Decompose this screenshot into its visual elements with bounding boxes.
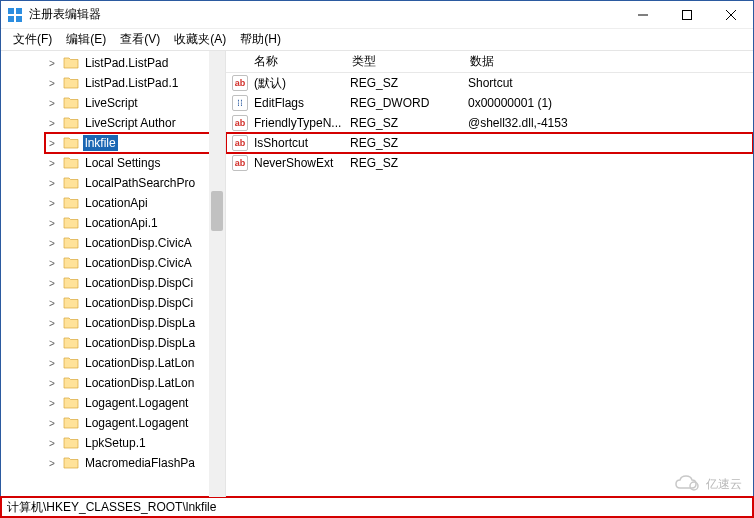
app-icon bbox=[7, 7, 23, 23]
expand-icon[interactable]: > bbox=[45, 418, 59, 429]
menu-edit[interactable]: 编辑(E) bbox=[60, 29, 112, 50]
tree-item[interactable]: >LpkSetup.1 bbox=[45, 433, 225, 453]
expand-icon[interactable]: > bbox=[45, 258, 59, 269]
tree: >ListPad.ListPad>ListPad.ListPad.1>LiveS… bbox=[1, 51, 225, 475]
tree-item[interactable]: >MacromediaFlashPa bbox=[45, 453, 225, 473]
folder-icon bbox=[63, 95, 79, 111]
tree-item[interactable]: >LocationDisp.DispCi bbox=[45, 273, 225, 293]
value-row[interactable]: abFriendlyTypeN...REG_SZ@shell32.dll,-41… bbox=[226, 113, 753, 133]
tree-pane[interactable]: >ListPad.ListPad>ListPad.ListPad.1>LiveS… bbox=[1, 51, 226, 497]
folder-icon bbox=[63, 255, 79, 271]
minimize-button[interactable] bbox=[621, 1, 665, 29]
tree-item-label: LocationApi bbox=[83, 195, 150, 211]
tree-item[interactable]: >LocationDisp.DispCi bbox=[45, 293, 225, 313]
tree-item[interactable]: >LocationDisp.LatLon bbox=[45, 353, 225, 373]
tree-item[interactable]: >ListPad.ListPad bbox=[45, 53, 225, 73]
tree-item[interactable]: >ListPad.ListPad.1 bbox=[45, 73, 225, 93]
expand-icon[interactable]: > bbox=[45, 398, 59, 409]
close-button[interactable] bbox=[709, 1, 753, 29]
folder-icon bbox=[63, 275, 79, 291]
expand-icon[interactable]: > bbox=[45, 98, 59, 109]
binary-value-icon: ⁞⁞ bbox=[232, 95, 248, 111]
expand-icon[interactable]: > bbox=[45, 458, 59, 469]
expand-icon[interactable]: > bbox=[45, 78, 59, 89]
folder-icon bbox=[63, 335, 79, 351]
tree-item-label: LocationApi.1 bbox=[83, 215, 160, 231]
statusbar: 计算机\HKEY_CLASSES_ROOT\lnkfile bbox=[1, 497, 753, 517]
tree-item-label: LocationDisp.LatLon bbox=[83, 355, 196, 371]
tree-item-label: Logagent.Logagent bbox=[83, 415, 190, 431]
col-type[interactable]: 类型 bbox=[344, 51, 462, 73]
expand-icon[interactable]: > bbox=[45, 118, 59, 129]
expand-icon[interactable]: > bbox=[45, 158, 59, 169]
tree-item[interactable]: >LocationDisp.DispLa bbox=[45, 313, 225, 333]
tree-item-label: LocationDisp.DispLa bbox=[83, 315, 197, 331]
tree-item-label: LiveScript Author bbox=[83, 115, 178, 131]
menu-file[interactable]: 文件(F) bbox=[7, 29, 58, 50]
tree-scrollbar[interactable] bbox=[209, 51, 225, 497]
maximize-button[interactable] bbox=[665, 1, 709, 29]
value-data bbox=[468, 141, 753, 145]
value-row[interactable]: abIsShortcutREG_SZ bbox=[226, 133, 753, 153]
tree-item[interactable]: >LocationDisp.DispLa bbox=[45, 333, 225, 353]
expand-icon[interactable]: > bbox=[45, 278, 59, 289]
folder-icon bbox=[63, 315, 79, 331]
menu-help[interactable]: 帮助(H) bbox=[234, 29, 287, 50]
value-row[interactable]: ⁞⁞EditFlagsREG_DWORD0x00000001 (1) bbox=[226, 93, 753, 113]
list-pane: 名称 类型 数据 ab(默认)REG_SZShortcut⁞⁞EditFlags… bbox=[226, 51, 753, 497]
tree-item[interactable]: >LocationApi bbox=[45, 193, 225, 213]
value-type: REG_SZ bbox=[350, 74, 468, 92]
tree-item[interactable]: >lnkfile bbox=[45, 133, 225, 153]
tree-item[interactable]: >LocalPathSearchPro bbox=[45, 173, 225, 193]
expand-icon[interactable]: > bbox=[45, 238, 59, 249]
expand-icon[interactable]: > bbox=[45, 198, 59, 209]
tree-item[interactable]: >Logagent.Logagent bbox=[45, 393, 225, 413]
folder-icon bbox=[63, 415, 79, 431]
expand-icon[interactable]: > bbox=[45, 318, 59, 329]
tree-item-label: Logagent.Logagent bbox=[83, 395, 190, 411]
expand-icon[interactable]: > bbox=[45, 338, 59, 349]
scrollbar-thumb[interactable] bbox=[211, 191, 223, 231]
expand-icon[interactable]: > bbox=[45, 378, 59, 389]
tree-item-label: ListPad.ListPad.1 bbox=[83, 75, 180, 91]
tree-item-label: LocalPathSearchPro bbox=[83, 175, 197, 191]
value-row[interactable]: ab(默认)REG_SZShortcut bbox=[226, 73, 753, 93]
expand-icon[interactable]: > bbox=[45, 218, 59, 229]
tree-item[interactable]: >LocationDisp.CivicA bbox=[45, 253, 225, 273]
expand-icon[interactable]: > bbox=[45, 358, 59, 369]
value-name: IsShortcut bbox=[254, 134, 350, 152]
tree-item-label: LocationDisp.DispCi bbox=[83, 275, 195, 291]
expand-icon[interactable]: > bbox=[45, 58, 59, 69]
value-type: REG_DWORD bbox=[350, 94, 468, 112]
col-name[interactable]: 名称 bbox=[226, 51, 344, 73]
tree-item[interactable]: >Logagent.Logagent bbox=[45, 413, 225, 433]
list-body[interactable]: ab(默认)REG_SZShortcut⁞⁞EditFlagsREG_DWORD… bbox=[226, 73, 753, 497]
tree-item[interactable]: >LiveScript bbox=[45, 93, 225, 113]
svg-rect-3 bbox=[16, 16, 22, 22]
value-data: 0x00000001 (1) bbox=[468, 94, 753, 112]
tree-item[interactable]: >LiveScript Author bbox=[45, 113, 225, 133]
menu-view[interactable]: 查看(V) bbox=[114, 29, 166, 50]
menubar: 文件(F) 编辑(E) 查看(V) 收藏夹(A) 帮助(H) bbox=[1, 29, 753, 51]
expand-icon[interactable]: > bbox=[45, 438, 59, 449]
status-path: 计算机\HKEY_CLASSES_ROOT\lnkfile bbox=[7, 499, 216, 516]
folder-icon bbox=[63, 75, 79, 91]
expand-icon[interactable]: > bbox=[45, 178, 59, 189]
tree-item[interactable]: >LocationApi.1 bbox=[45, 213, 225, 233]
tree-item[interactable]: >Local Settings bbox=[45, 153, 225, 173]
titlebar[interactable]: 注册表编辑器 bbox=[1, 1, 753, 29]
folder-icon bbox=[63, 215, 79, 231]
expand-icon[interactable]: > bbox=[45, 298, 59, 309]
folder-icon bbox=[63, 235, 79, 251]
value-name: EditFlags bbox=[254, 94, 350, 112]
folder-icon bbox=[63, 195, 79, 211]
col-data[interactable]: 数据 bbox=[462, 51, 753, 73]
tree-item[interactable]: >LocationDisp.LatLon bbox=[45, 373, 225, 393]
svg-rect-5 bbox=[683, 10, 692, 19]
value-row[interactable]: abNeverShowExtREG_SZ bbox=[226, 153, 753, 173]
expand-icon[interactable]: > bbox=[45, 138, 59, 149]
menu-favorites[interactable]: 收藏夹(A) bbox=[168, 29, 232, 50]
tree-item[interactable]: >LocationDisp.CivicA bbox=[45, 233, 225, 253]
folder-icon bbox=[63, 355, 79, 371]
value-type: REG_SZ bbox=[350, 134, 468, 152]
